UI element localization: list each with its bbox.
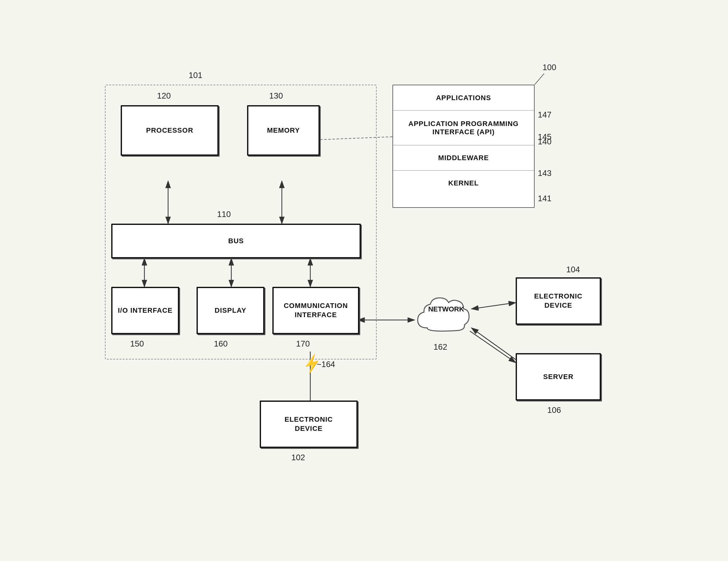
display-box: DISPLAY [197, 287, 264, 334]
ref-130: 130 [269, 91, 283, 101]
ref-141: 141 [538, 194, 551, 204]
ref-162: 162 [434, 342, 447, 352]
memory-box: MEMORY [247, 105, 320, 156]
server-box: SERVER [516, 353, 601, 400]
ref-170: 170 [296, 339, 310, 349]
ref-145b: 145 [538, 132, 551, 142]
ref-160: 160 [214, 339, 227, 349]
io-interface-box: I/O INTERFACE [111, 287, 179, 334]
ref-164: ~164 [317, 359, 335, 369]
comm-interface-box: COMMUNICATION INTERFACE [272, 287, 359, 334]
svg-line-10 [471, 302, 516, 309]
ref-102: 102 [291, 453, 305, 462]
bus-box: BUS [111, 224, 361, 259]
electronic-device-bottom-box: ELECTRONIC DEVICE [260, 400, 358, 448]
diagram-container: 100 101 PROCESSOR 120 MEMORY 130 BUS 110… [95, 44, 633, 517]
svg-line-14 [535, 74, 544, 85]
kernel-row: KERNEL [393, 171, 534, 196]
middleware-row: MIDDLEWARE [393, 145, 534, 171]
ref-100: 100 [543, 63, 556, 72]
applications-row: APPLICATIONS [393, 85, 534, 111]
network-label: NETWORK [426, 305, 467, 313]
processor-box: PROCESSOR [121, 105, 219, 156]
ref-143: 143 [538, 168, 551, 178]
svg-line-12 [471, 328, 516, 359]
network-cloud: NETWORK [415, 293, 478, 338]
api-row: APPLICATION PROGRAMMING INTERFACE (API) [393, 111, 534, 145]
ref-110: 110 [217, 210, 231, 219]
ref-104: 104 [566, 265, 580, 275]
electronic-device-right-box: ELECTRONIC DEVICE [516, 278, 601, 325]
software-stack-box: APPLICATIONS APPLICATION PROGRAMMING INT… [392, 85, 535, 208]
ref-150: 150 [130, 339, 144, 349]
ref-147: 147 [538, 110, 551, 120]
ref-120: 120 [157, 91, 171, 101]
ref-106: 106 [547, 405, 561, 415]
ref-101: 101 [189, 70, 202, 80]
